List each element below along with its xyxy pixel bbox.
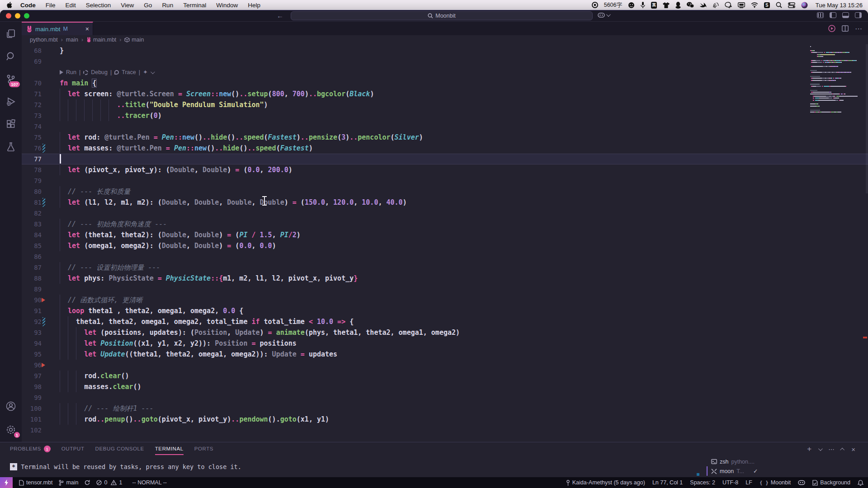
background-task[interactable]: Background (812, 479, 850, 486)
code-line-68[interactable]: 68} (22, 45, 868, 56)
command-center-search[interactable]: Moonbit (291, 11, 593, 20)
code-line-87[interactable]: 87 // --- 设置初始物理量 --- (22, 262, 868, 273)
encoding[interactable]: UTF-8 (722, 479, 738, 486)
tab-close-icon[interactable]: × (85, 25, 89, 33)
menu-clock[interactable]: Tue May 13 15:26 (816, 2, 863, 9)
code-editor[interactable]: 68}69Run|Debug|Trace|✦70fn main {71 let … (22, 44, 868, 442)
editor-scrollbar[interactable] (866, 44, 868, 193)
record-icon[interactable] (592, 2, 598, 8)
tab-terminal[interactable]: TERMINAL (155, 442, 184, 455)
spotlight-search-icon[interactable] (776, 2, 782, 8)
status-file[interactable]: tensor.mbt (19, 479, 52, 486)
terminal-dropdown-icon[interactable] (818, 446, 823, 451)
code-line-69[interactable]: 69 (22, 56, 868, 67)
microphone-icon[interactable] (641, 2, 645, 9)
code-line-86[interactable]: 86 (22, 251, 868, 262)
menu-edit[interactable]: Edit (66, 2, 76, 9)
menu-terminal[interactable]: Terminal (183, 2, 206, 9)
notifications-bell[interactable] (858, 480, 863, 486)
code-line-78[interactable]: 78 let (pivot_x, pivot_y): (Double, Doub… (22, 164, 868, 175)
code-line-102[interactable]: 102 (22, 425, 868, 436)
swift-bird-icon[interactable] (700, 2, 707, 8)
vim-mode[interactable]: -- NORMAL -- (132, 479, 167, 486)
menu-window[interactable]: Window (216, 2, 238, 9)
code-line-79[interactable]: 79 (22, 175, 868, 186)
code-line-72[interactable]: 72 ..title("Double Pendulum Simulation") (22, 99, 868, 110)
code-line-74[interactable]: 74 (22, 121, 868, 132)
language-mode[interactable]: { }Moonbit (760, 479, 791, 486)
code-line-89[interactable]: 89 (22, 284, 868, 295)
source-control-icon[interactable]: 107 (5, 73, 17, 85)
status-problems[interactable]: 0 1 (96, 479, 122, 486)
run-file-icon[interactable] (828, 25, 835, 32)
toggle-primary-sidebar-icon[interactable] (830, 12, 836, 18)
breadcrumb-symbol[interactable]: main (124, 37, 144, 43)
menu-run[interactable]: Run (162, 2, 173, 9)
code-line-97[interactable]: 97 rod.clear() (22, 371, 868, 381)
tab-debug-console[interactable]: DEBUG CONSOLE (95, 442, 144, 455)
code-line-101[interactable]: 101 rod..penup()..goto(pivot_x, pivot_y)… (22, 414, 868, 425)
menu-selection[interactable]: Selection (86, 2, 111, 9)
terminal-item-zsh[interactable]: zshpython.... (707, 457, 811, 466)
customize-layout-icon[interactable] (817, 12, 824, 18)
code-line-77[interactable]: 77 (22, 154, 868, 164)
qq-icon[interactable] (675, 2, 681, 9)
tab-ports[interactable]: PORTS (194, 442, 213, 455)
settings-gear-icon[interactable]: 1 (5, 424, 17, 436)
menu-view[interactable]: View (121, 2, 134, 9)
maximize-panel-icon[interactable] (840, 447, 844, 452)
shottr-icon[interactable]: S (764, 2, 770, 8)
indentation[interactable]: Spaces: 2 (690, 479, 715, 486)
tab-problems[interactable]: PROBLEMS1 (10, 442, 51, 455)
search-sidebar-icon[interactable] (5, 51, 17, 62)
fingerprint-icon[interactable] (712, 2, 719, 8)
code-line-70[interactable]: 70fn main { (22, 78, 868, 89)
wifi-icon[interactable] (751, 2, 758, 8)
code-line-85[interactable]: 85 let (omega1, omega2): (Double, Double… (22, 240, 868, 251)
new-terminal-icon[interactable]: + (807, 445, 811, 454)
tab-output[interactable]: OUTPUT (61, 442, 85, 455)
explorer-icon[interactable] (5, 28, 17, 40)
toggle-panel-icon[interactable] (842, 12, 849, 18)
menu-help[interactable]: Help (248, 2, 260, 9)
code-line-81[interactable]: 81 let (l1, l2, m1, m2): (Double, Double… (22, 197, 868, 208)
code-line-80[interactable]: 80 // --- 长度和质量 (22, 186, 868, 197)
code-line-95[interactable]: 95 let Update((theta1, theta2, omega1, o… (22, 349, 868, 360)
breadcrumb-file[interactable]: main.mbt (86, 37, 116, 43)
panel-more-icon[interactable]: ⋯ (828, 446, 835, 453)
menu-go[interactable]: Go (144, 2, 152, 9)
close-panel-icon[interactable]: × (851, 446, 855, 453)
nav-back-icon[interactable]: ← (277, 12, 283, 19)
control-center-icon[interactable] (788, 2, 795, 8)
breadcrumb-subfolder[interactable]: main (66, 37, 78, 43)
input-english-badge[interactable]: 英 (651, 2, 657, 9)
code-line-100[interactable]: 100 // --- 绘制杆1 --- (22, 403, 868, 414)
zoom-window-button[interactable] (24, 13, 29, 19)
cursor-position[interactable]: Ln 77, Col 1 (652, 479, 683, 486)
toggle-secondary-sidebar-icon[interactable] (855, 12, 862, 18)
split-editor-icon[interactable] (842, 25, 849, 32)
code-line-90[interactable]: 90 // 函数式循环, 更清晰 (22, 295, 868, 305)
accounts-icon[interactable] (5, 400, 17, 412)
close-window-button[interactable] (6, 13, 11, 19)
codelens-row[interactable]: Run|Debug|Trace|✦ (22, 67, 868, 78)
codelens-actions[interactable]: Run|Debug|Trace|✦ (60, 67, 154, 78)
menu-file[interactable]: File (46, 2, 56, 9)
status-sync[interactable] (85, 480, 90, 485)
code-line-88[interactable]: 88 let phys: PhysicState = PhysicState::… (22, 273, 868, 284)
tab-main-mbt[interactable]: main.mbt M × (22, 22, 93, 35)
code-line-94[interactable]: 94 let Position((x1, y1, x2, y2)): Posit… (22, 338, 868, 349)
testing-icon[interactable] (5, 141, 17, 153)
run-debug-icon[interactable] (5, 96, 17, 108)
minimap[interactable] (810, 46, 861, 116)
apple-menu-icon[interactable] (6, 2, 12, 9)
remote-indicator[interactable] (0, 477, 13, 488)
copilot-menu-button[interactable] (598, 12, 609, 18)
code-line-98[interactable]: 98 masses.clear() (22, 381, 868, 392)
wechat-icon[interactable] (687, 2, 694, 8)
eol-sequence[interactable]: LF (745, 479, 752, 486)
display-mirroring-icon[interactable] (738, 2, 745, 8)
code-line-92[interactable]: 92 theta1, theta2, omega1, omega2, total… (22, 316, 868, 327)
git-blame[interactable]: Kaida-Amethyst (5 days ago) (566, 479, 645, 486)
code-line-91[interactable]: 91 loop theta1 , theta2, omega1, omega2,… (22, 305, 868, 316)
